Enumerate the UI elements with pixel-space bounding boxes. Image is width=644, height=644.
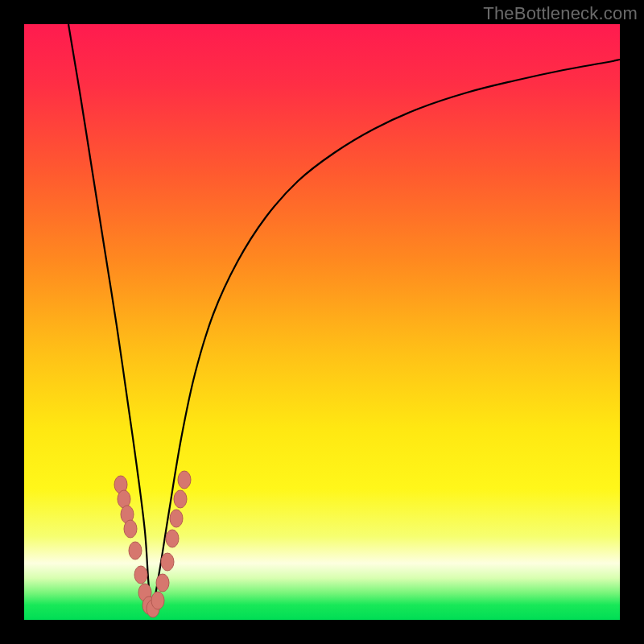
curve-marker xyxy=(124,520,137,538)
watermark-text: TheBottleneck.com xyxy=(483,3,638,24)
curve-marker xyxy=(129,542,142,559)
curve-marker xyxy=(156,574,169,592)
curve-marker xyxy=(166,530,179,547)
curve-marker xyxy=(161,553,174,571)
heat-gradient xyxy=(24,24,620,620)
plot-area xyxy=(24,24,620,620)
chart-svg xyxy=(24,24,620,620)
curve-marker xyxy=(134,566,147,584)
curve-marker xyxy=(178,471,191,489)
curve-marker xyxy=(174,490,187,508)
curve-marker xyxy=(170,510,183,527)
chart-frame: TheBottleneck.com xyxy=(0,0,644,644)
curve-marker xyxy=(151,592,164,609)
